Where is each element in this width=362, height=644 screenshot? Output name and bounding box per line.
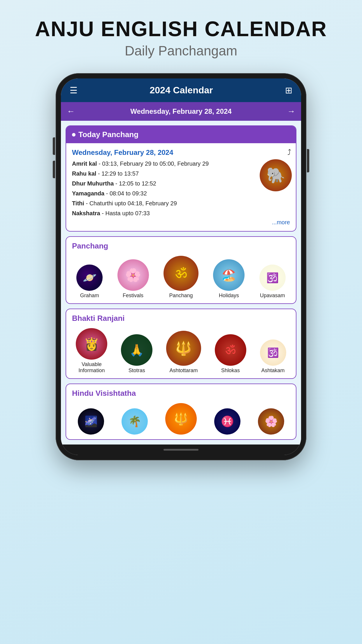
ashtakam-label: Ashtakam — [261, 368, 285, 374]
calculator-icon[interactable]: ⊞ — [285, 85, 292, 95]
festivals-item[interactable]: 🌸 Festivals — [117, 259, 149, 299]
panchang-card-header: Today Panchang — [66, 126, 296, 143]
panchang-date: Wednesday, February 28, 2024 — [72, 148, 290, 157]
shlokas-icon: ॐ — [215, 334, 246, 366]
date-navigation-bar: ← Wednesday, February 28, 2024 → — [61, 102, 301, 121]
hindu-lakshmi-item[interactable]: 🌸 — [258, 408, 284, 435]
yamaganda-row: Yamaganda - 08:04 to 09:32 — [72, 189, 290, 197]
panchang-section-title: Panchang — [66, 237, 296, 253]
prev-date-button[interactable]: ← — [67, 107, 75, 116]
upavasam-label: Upavasam — [260, 293, 285, 299]
app-subtitle: Daily Panchangam — [125, 43, 237, 59]
home-bar — [61, 444, 301, 455]
ashtakam-item[interactable]: 🕉️ Ashtakam — [260, 340, 286, 374]
upavasam-icon: 🕉️ — [259, 265, 286, 291]
phone-screen: ☰ 2024 Calendar ⊞ ← Wednesday, February … — [61, 78, 301, 455]
hindu-shiva-icon: 🔱 — [165, 403, 197, 435]
more-link[interactable]: ...more — [72, 219, 290, 226]
header-title: 2024 Calendar — [150, 85, 213, 96]
panchang-icons-row: 🪐 Graham 🌸 Festivals ॐ — [66, 253, 296, 303]
graham-icon: 🪐 — [76, 265, 103, 291]
panchang-item[interactable]: ॐ Panchang — [164, 256, 198, 299]
holidays-label: Holidays — [219, 293, 239, 299]
shlokas-item[interactable]: ॐ Shlokas — [215, 334, 246, 374]
header-dot — [72, 133, 75, 136]
panchang-icon: ॐ — [164, 256, 198, 291]
current-date-label: Wednesday, February 28, 2024 — [130, 107, 231, 116]
share-icon[interactable]: ⤴ — [287, 148, 291, 157]
ganesha-image: 🐘 — [260, 159, 292, 191]
graham-label: Graham — [80, 293, 99, 299]
volume-down-button[interactable] — [53, 161, 55, 178]
hindu-shiva-item[interactable]: 🔱 — [165, 403, 197, 435]
app-header: ☰ 2024 Calendar ⊞ — [61, 78, 301, 102]
hindu-zodiac-item[interactable]: ♓ — [214, 408, 240, 435]
panchang-header-label: Today Panchang — [78, 130, 138, 139]
panchang-section-card: Panchang 🪐 Graham 🌸 Festivals — [66, 236, 296, 304]
hamburger-menu-icon[interactable]: ☰ — [70, 85, 78, 95]
hindu-planet-icon: 🌌 — [78, 408, 104, 435]
stotras-icon: 🙏 — [121, 334, 152, 366]
graham-item[interactable]: 🪐 Graham — [76, 265, 103, 299]
home-indicator[interactable] — [164, 449, 198, 451]
nakshatra-row: Nakshatra - Hasta upto 07:33 — [72, 209, 290, 217]
ashtottaram-label: Ashtottaram — [169, 368, 198, 374]
ashtakam-icon: 🕉️ — [260, 340, 286, 366]
amritkal-row: Amrit kal - 03:13, February 29 to 05:00,… — [72, 160, 290, 168]
valuable-info-item[interactable]: 👸 Valuable Information — [76, 328, 107, 374]
panchang-body: Wednesday, February 28, 2024 ⤴ 🐘 Amrit k… — [66, 143, 296, 231]
valuable-info-icon: 👸 — [76, 328, 107, 360]
volume-up-button[interactable] — [53, 137, 55, 155]
bhakti-section-card: Bhakti Ranjani 👸 Valuable Information 🙏 … — [66, 309, 296, 379]
holidays-icon: 🏖️ — [213, 259, 245, 291]
today-panchang-card: Today Panchang Wednesday, February 28, 2… — [66, 125, 296, 232]
next-date-button[interactable]: → — [287, 107, 295, 116]
app-content: Today Panchang Wednesday, February 28, 2… — [61, 121, 301, 444]
phone-frame: ☰ 2024 Calendar ⊞ ← Wednesday, February … — [56, 73, 306, 460]
shlokas-label: Shlokas — [221, 368, 240, 374]
valuable-info-label: Valuable Information — [77, 361, 106, 374]
bhakti-section-title: Bhakti Ranjani — [66, 309, 296, 325]
hindu-section-title: Hindu Visishtatha — [66, 384, 296, 400]
hindu-icons-row: 🌌 🌴 🔱 ♓ — [66, 400, 296, 439]
hindu-lakshmi-icon: 🌸 — [258, 408, 284, 435]
hindu-coconut-item[interactable]: 🌴 — [122, 408, 148, 435]
holidays-item[interactable]: 🏖️ Holidays — [213, 259, 245, 299]
power-button[interactable] — [307, 149, 309, 172]
bhakti-icons-row: 👸 Valuable Information 🙏 Stotras 🔱 — [66, 325, 296, 378]
festivals-icon: 🌸 — [117, 259, 149, 291]
tithi-row: Tithi - Chaturthi upto 04:18, February 2… — [72, 199, 290, 207]
ashtottaram-icon: 🔱 — [166, 331, 201, 366]
panchang-icon-label: Panchang — [169, 293, 193, 299]
ashtottaram-item[interactable]: 🔱 Ashtottaram — [166, 331, 201, 374]
stotras-item[interactable]: 🙏 Stotras — [121, 334, 152, 374]
hindu-coconut-icon: 🌴 — [122, 408, 148, 435]
rahukal-row: Rahu kal - 12:29 to 13:57 — [72, 169, 290, 178]
hindu-zodiac-icon: ♓ — [214, 408, 240, 435]
dhur-muhurtha-row: Dhur Muhurtha - 12:05 to 12:52 — [72, 179, 290, 188]
stotras-label: Stotras — [129, 368, 145, 374]
festivals-label: Festivals — [123, 293, 143, 299]
upavasam-item[interactable]: 🕉️ Upavasam — [259, 265, 286, 299]
hindu-section-card: Hindu Visishtatha 🌌 🌴 🔱 — [66, 384, 296, 440]
hindu-planet-item[interactable]: 🌌 — [78, 408, 104, 435]
app-title: ANJU ENGLISH CALENDAR — [35, 18, 327, 41]
